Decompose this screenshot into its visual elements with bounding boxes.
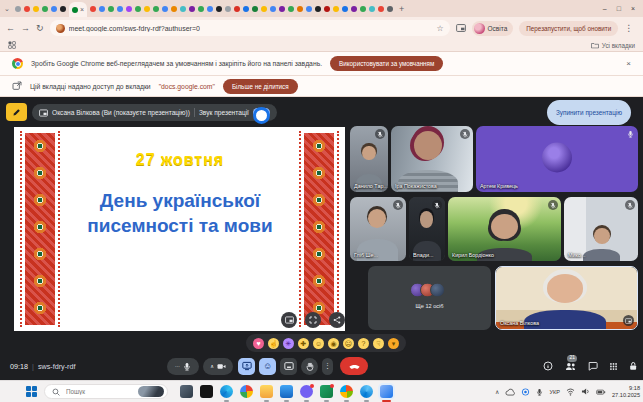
browser-tab[interactable] xyxy=(378,6,384,12)
browser-tab[interactable] xyxy=(333,6,339,12)
browser-tab[interactable] xyxy=(252,6,258,12)
onedrive-icon[interactable] xyxy=(505,388,515,396)
stop-sharing-button[interactable]: Більше не ділитися xyxy=(223,79,298,94)
relaunch-button[interactable]: Перезапустити, щоб оновити xyxy=(519,21,618,36)
present-screen-button[interactable] xyxy=(238,358,255,375)
reaction-button-skin-tone[interactable]: ▾ xyxy=(388,338,399,349)
reaction-button-tada[interactable]: ✳ xyxy=(283,338,294,349)
browser-tab[interactable] xyxy=(24,6,30,12)
start-button[interactable] xyxy=(26,386,37,397)
participant-tile[interactable]: Мико... xyxy=(564,197,638,261)
reaction-button-thumbs-up[interactable]: ☝ xyxy=(268,338,279,349)
browser-tab[interactable] xyxy=(207,6,213,12)
browser-tab[interactable] xyxy=(135,6,141,12)
browser-tab[interactable] xyxy=(180,6,186,12)
activities-button[interactable] xyxy=(609,362,618,371)
tray-chevron-icon[interactable]: ∧ xyxy=(495,388,499,395)
browser-tab[interactable] xyxy=(360,6,366,12)
profile-chip[interactable]: Освіта xyxy=(472,21,514,36)
participant-tile[interactable]: Влади... xyxy=(409,197,445,261)
browser-tab[interactable] xyxy=(261,6,267,12)
browser-tab[interactable] xyxy=(234,6,240,12)
overflow-tile[interactable]: Ще 12 осіб xyxy=(368,266,491,330)
participant-tile[interactable]: Гліб Ше... xyxy=(350,197,406,261)
browser-menu-icon[interactable]: ⋮ xyxy=(624,23,633,33)
bookmark-star-icon[interactable]: ☆ xyxy=(436,24,443,33)
tile-options-icon[interactable] xyxy=(623,315,634,326)
browser-tab[interactable] xyxy=(99,6,105,12)
mic-options-icon[interactable]: ⋯ xyxy=(175,363,180,369)
browser-tab[interactable] xyxy=(315,6,321,12)
maximize-button[interactable]: □ xyxy=(617,5,621,12)
reaction-button-heart[interactable]: ♥ xyxy=(253,338,264,349)
meeting-details-button[interactable] xyxy=(543,361,553,371)
browser-tab[interactable] xyxy=(90,6,96,12)
taskbar-app-icon[interactable] xyxy=(240,385,253,398)
tab-groups-icon[interactable] xyxy=(8,41,16,49)
raise-hand-button[interactable] xyxy=(301,358,318,375)
search-input[interactable] xyxy=(64,387,124,396)
browser-tab[interactable] xyxy=(15,6,21,12)
browser-tab[interactable] xyxy=(126,6,132,12)
browser-tab[interactable] xyxy=(279,6,285,12)
fullscreen-button[interactable] xyxy=(305,312,321,328)
participant-tile[interactable]: Данило Тар... xyxy=(350,126,388,192)
browser-tab[interactable] xyxy=(387,6,393,12)
language-indicator[interactable]: УКР xyxy=(549,389,560,395)
camera-options-icon[interactable]: ∧ xyxy=(210,363,214,369)
reaction-button-joy[interactable]: ☺ xyxy=(313,338,324,349)
more-options-button[interactable]: ⋮ xyxy=(322,358,333,375)
browser-tab[interactable] xyxy=(225,6,231,12)
presentation-audio-toggle[interactable] xyxy=(253,108,270,117)
taskbar-app-icon[interactable] xyxy=(280,385,293,398)
reactions-button[interactable]: ☺ xyxy=(259,358,276,375)
volume-icon[interactable] xyxy=(581,387,590,396)
close-button[interactable]: × xyxy=(631,5,635,12)
taskbar-app-icon[interactable] xyxy=(300,385,313,398)
taskbar-app-icon[interactable] xyxy=(380,385,393,398)
captions-button[interactable] xyxy=(280,358,297,375)
taskbar-clock[interactable]: 9:18 27.10.2025 xyxy=(612,385,640,398)
taskbar-app-icon[interactable] xyxy=(200,385,213,398)
browser-tab[interactable] xyxy=(117,6,123,12)
browser-tab[interactable] xyxy=(51,6,57,12)
tab-close-icon[interactable]: × xyxy=(80,6,84,13)
share-button[interactable] xyxy=(329,312,345,328)
browser-tab[interactable] xyxy=(162,6,168,12)
browser-tab[interactable] xyxy=(216,6,222,12)
browser-tab[interactable] xyxy=(108,6,114,12)
browser-tab[interactable] xyxy=(351,6,357,12)
browser-tab[interactable] xyxy=(288,6,294,12)
browser-tab[interactable] xyxy=(306,6,312,12)
reaction-button-sad[interactable]: ☹ xyxy=(343,338,354,349)
taskbar-app-icon[interactable] xyxy=(260,385,273,398)
browser-tab[interactable] xyxy=(270,6,276,12)
browser-tab[interactable] xyxy=(153,6,159,12)
participant-tile[interactable]: Іра Покажистова xyxy=(391,126,473,192)
taskbar-app-icon[interactable] xyxy=(180,385,193,398)
pip-button[interactable] xyxy=(281,312,297,328)
camera-button[interactable]: ∧ xyxy=(203,358,233,375)
screen-share-indicator-icon[interactable] xyxy=(521,388,530,396)
reload-button[interactable]: ↻ xyxy=(36,23,44,33)
battery-icon[interactable] xyxy=(596,388,606,396)
reaction-button-thumbs-down[interactable]: ☟ xyxy=(373,338,384,349)
annotation-tool-button[interactable] xyxy=(6,103,27,121)
browser-tab[interactable] xyxy=(243,6,249,12)
shared-site-link[interactable]: "docs.google.com" xyxy=(159,83,215,90)
address-bar[interactable]: meet.google.com/sws-fdry-rdf?authuser=0 … xyxy=(50,20,450,36)
taskbar-app-icon[interactable] xyxy=(320,385,333,398)
search-highlight-image[interactable] xyxy=(138,386,164,397)
forward-button[interactable]: → xyxy=(21,23,30,33)
infobar-close-icon[interactable]: × xyxy=(626,59,631,68)
browser-tab[interactable] xyxy=(342,6,348,12)
url-text[interactable]: meet.google.com/sws-fdry-rdf?authuser=0 xyxy=(69,25,200,32)
leave-call-button[interactable] xyxy=(340,357,368,375)
set-default-button[interactable]: Використовувати за умовчанням xyxy=(330,56,443,71)
tab-search-caret-icon[interactable]: ⌄ xyxy=(4,5,10,13)
browser-tab[interactable] xyxy=(189,6,195,12)
browser-tab[interactable] xyxy=(60,6,66,12)
wifi-icon[interactable] xyxy=(566,387,575,396)
presentation-slide[interactable]: 27 жовтня День української писемності та… xyxy=(14,127,345,331)
minimize-button[interactable]: – xyxy=(603,5,607,12)
